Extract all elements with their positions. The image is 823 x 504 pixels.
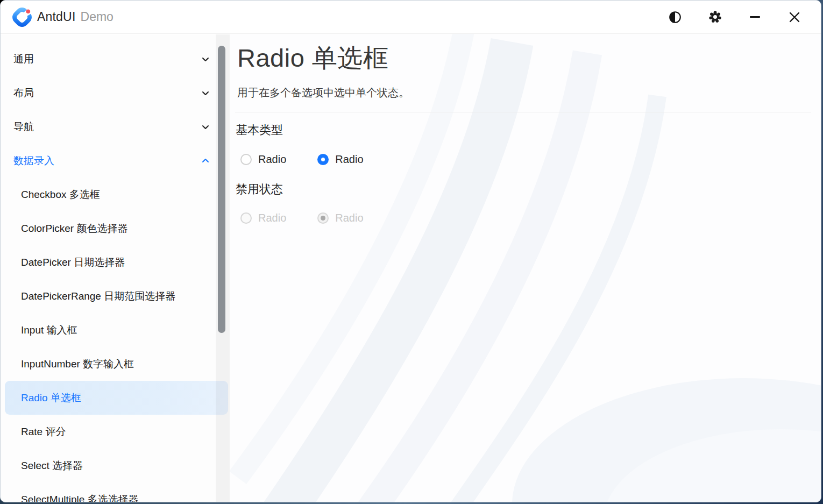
page-description: 用于在多个备选项中选中单个状态。 xyxy=(237,86,409,100)
sidebar-group-navigation[interactable]: 导航 xyxy=(1,110,230,144)
divider xyxy=(235,112,811,112)
sidebar-item-label: InputNumber 数字输入框 xyxy=(21,357,134,371)
background-watermark xyxy=(230,34,821,502)
sidebar-item-label: DatePickerRange 日期范围选择器 xyxy=(21,289,175,303)
sidebar: 通用 布局 导航 数据录入 Checkbox 多选框 xyxy=(1,34,230,502)
sidebar-item-radio[interactable]: Radio 单选框 xyxy=(5,381,228,415)
radio-label: Radio xyxy=(258,153,286,166)
radio-group-disabled: Radio Radio xyxy=(240,212,364,224)
sidebar-item-label: ColorPicker 颜色选择器 xyxy=(21,222,127,236)
sidebar-group-general[interactable]: 通用 xyxy=(1,42,230,76)
sidebar-group-label: 导航 xyxy=(13,120,34,134)
radio-circle-disabled-checked-icon xyxy=(317,212,329,224)
section-heading-disabled: 禁用状态 xyxy=(236,181,283,197)
sidebar-group-label: 数据录入 xyxy=(13,154,54,168)
sidebar-item-label: Checkbox 多选框 xyxy=(21,188,100,202)
chevron-down-icon xyxy=(200,87,211,99)
page-title: Radio 单选框 xyxy=(237,41,388,75)
minimize-button[interactable] xyxy=(742,5,767,30)
titlebar: AntdUI Demo xyxy=(1,1,821,34)
radio-option-disabled-unchecked: Radio xyxy=(240,212,286,224)
radio-circle-checked-icon xyxy=(317,154,329,165)
radio-group-basic: Radio Radio xyxy=(240,153,364,166)
sidebar-item-label: Radio 单选框 xyxy=(21,391,81,405)
radio-label: Radio xyxy=(335,212,363,224)
sidebar-item-inputnumber[interactable]: InputNumber 数字输入框 xyxy=(1,347,230,381)
minimize-icon xyxy=(750,16,760,18)
sidebar-scrollbar-track[interactable] xyxy=(216,34,230,502)
sidebar-item-label: Input 输入框 xyxy=(21,323,77,337)
sidebar-item-label: Select 选择器 xyxy=(21,459,83,473)
sidebar-group-label: 通用 xyxy=(13,52,34,66)
sidebar-scrollbar-thumb[interactable] xyxy=(218,46,225,333)
radio-label: Radio xyxy=(335,153,363,166)
theme-toggle-button[interactable] xyxy=(663,5,687,30)
radio-option-unchecked[interactable]: Radio xyxy=(240,153,286,166)
close-button[interactable] xyxy=(782,5,807,30)
radio-option-checked[interactable]: Radio xyxy=(317,153,363,166)
sidebar-item-datepicker[interactable]: DatePicker 日期选择器 xyxy=(1,245,230,279)
sidebar-group-data-entry[interactable]: 数据录入 xyxy=(1,144,230,178)
app-window: AntdUI Demo xyxy=(0,0,821,502)
sidebar-item-rate[interactable]: Rate 评分 xyxy=(1,415,230,449)
chevron-up-icon xyxy=(200,155,211,167)
sidebar-item-label: Rate 评分 xyxy=(21,425,66,439)
sidebar-item-label: DatePicker 日期选择器 xyxy=(21,255,125,269)
app-title: AntdUI xyxy=(37,10,76,24)
sidebar-item-select[interactable]: Select 选择器 xyxy=(1,449,230,482)
section-heading-basic: 基本类型 xyxy=(236,122,283,138)
settings-button[interactable] xyxy=(703,5,727,30)
sidebar-item-datepickerrange[interactable]: DatePickerRange 日期范围选择器 xyxy=(1,279,230,313)
sidebar-group-layout[interactable]: 布局 xyxy=(1,76,230,110)
chevron-down-icon xyxy=(200,121,211,133)
sidebar-item-colorpicker[interactable]: ColorPicker 颜色选择器 xyxy=(1,211,230,245)
sidebar-item-label: SelectMultiple 多选选择器 xyxy=(21,493,139,503)
sidebar-item-selectmultiple[interactable]: SelectMultiple 多选选择器 xyxy=(1,482,230,502)
sidebar-group-label: 布局 xyxy=(13,86,34,100)
gear-icon xyxy=(708,10,722,24)
radio-circle-disabled-icon xyxy=(240,212,252,224)
contrast-icon xyxy=(668,10,682,24)
antdui-logo-icon xyxy=(12,8,32,27)
main-content: Radio 单选框 用于在多个备选项中选中单个状态。 基本类型 Radio Ra… xyxy=(230,34,821,502)
radio-option-disabled-checked: Radio xyxy=(317,212,363,224)
radio-circle-icon xyxy=(240,154,252,165)
app-title-suffix: Demo xyxy=(81,10,113,24)
sidebar-item-checkbox[interactable]: Checkbox 多选框 xyxy=(1,178,230,211)
close-icon xyxy=(788,11,801,24)
chevron-down-icon xyxy=(200,53,211,65)
sidebar-item-input[interactable]: Input 输入框 xyxy=(1,313,230,347)
radio-label: Radio xyxy=(258,212,286,224)
